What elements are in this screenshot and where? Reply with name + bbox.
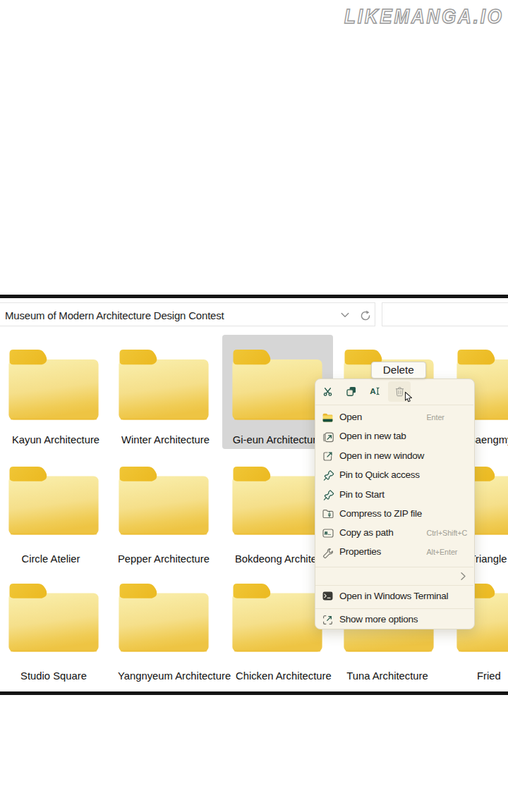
svg-text:A: A xyxy=(370,386,376,395)
